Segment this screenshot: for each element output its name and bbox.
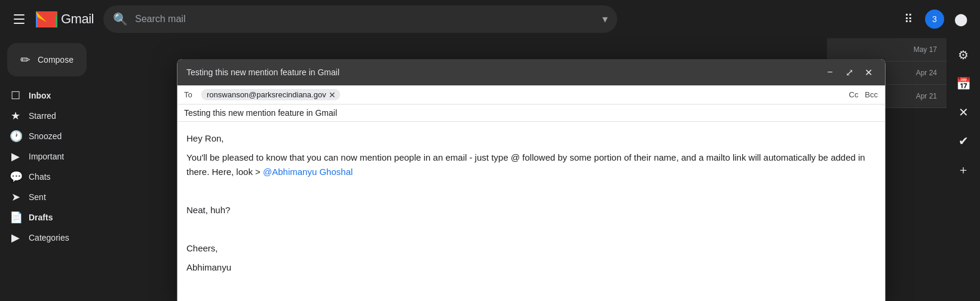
modal-header: Testing this new mention feature in Gmai…	[177, 59, 885, 85]
close-panel-button[interactable]: ✕	[951, 100, 975, 124]
maximize-button[interactable]: ⤢	[842, 65, 856, 79]
inbox-item: May 17	[827, 38, 947, 62]
calendar-icon-button[interactable]: 📅	[951, 72, 975, 96]
bcc-label: Bcc	[865, 90, 878, 99]
sent-label: Sent	[29, 192, 46, 202]
compose-modal: Testing this new mention feature in Gmai…	[177, 59, 885, 301]
compose-button[interactable]: ✏ Compose	[7, 43, 87, 76]
categories-icon: ▶	[10, 231, 22, 244]
sidebar-item-snoozed[interactable]: 🕐 Snoozed	[0, 127, 106, 146]
top-bar: Gmail 🔍 ▾ ⠿ 3 ⬤	[0, 0, 980, 38]
important-label: Important	[29, 152, 64, 161]
remove-recipient-button[interactable]: ✕	[329, 91, 336, 99]
inbox-label: Inbox	[29, 91, 51, 100]
important-icon: ▶	[10, 150, 22, 163]
inbox-icon: ☐	[10, 89, 22, 102]
inbox-date: Apr 24	[916, 69, 937, 77]
avatar-button[interactable]: 3	[925, 10, 944, 29]
body-cheers: Cheers,	[186, 241, 875, 256]
hamburger-button[interactable]	[7, 7, 31, 31]
starred-icon: ★	[10, 109, 22, 122]
search-input[interactable]	[135, 14, 595, 24]
snoozed-icon: 🕐	[10, 130, 22, 143]
hamburger-line	[14, 14, 24, 16]
drafts-icon: 📄	[10, 211, 22, 224]
sidebar-item-sent[interactable]: ➤ Sent	[0, 188, 106, 207]
sidebar: ✏ Compose ☐ Inbox ★ Starred 🕐 Snoozed ▶ …	[0, 38, 115, 301]
settings-button[interactable]: ⚙	[951, 43, 975, 67]
compose-icon: ✏	[20, 53, 30, 67]
chats-icon: 💬	[10, 170, 22, 183]
to-label: To	[184, 90, 196, 99]
gmail-logo: Gmail	[36, 11, 94, 27]
subject-field[interactable]: Testing this new mention feature in Gmai…	[177, 105, 885, 122]
profile-icon-button[interactable]: ⬤	[949, 7, 973, 31]
starred-label: Starred	[29, 111, 56, 121]
top-bar-right: ⠿ 3 ⬤	[896, 7, 973, 31]
hamburger-line	[14, 19, 24, 20]
gmail-logo-icon	[36, 11, 57, 27]
sidebar-item-important[interactable]: ▶ Important	[0, 147, 106, 166]
sent-icon: ➤	[10, 191, 22, 204]
body-greeting: Hey Ron,	[186, 131, 875, 146]
hamburger-line	[14, 23, 24, 24]
main-layout: ✏ Compose ☐ Inbox ★ Starred 🕐 Snoozed ▶ …	[0, 38, 980, 301]
cc-bcc[interactable]: Cc Bcc	[849, 90, 878, 99]
modal-title: Testing this new mention feature in Gmai…	[186, 67, 339, 77]
content-area: Testing this new mention feature in Gmai…	[115, 38, 947, 301]
mention-link[interactable]: @Abhimanyu Ghoshal	[263, 167, 353, 177]
recipient-email: ronswanson@parksrecindiana.gov	[207, 90, 326, 99]
inbox-date: Apr 21	[916, 92, 937, 100]
modal-header-actions: − ⤢ ✕	[823, 65, 875, 79]
sidebar-item-inbox[interactable]: ☐ Inbox	[0, 86, 106, 105]
inbox-date: May 17	[914, 45, 937, 54]
search-chevron-icon[interactable]: ▾	[602, 13, 608, 26]
subject-text: Testing this new mention feature in Gmai…	[184, 108, 337, 118]
chats-label: Chats	[29, 172, 51, 182]
recipient-chip: ronswanson@parksrecindiana.gov ✕	[201, 89, 341, 100]
snoozed-label: Snoozed	[29, 131, 62, 141]
body-empty	[186, 222, 875, 236]
email-body[interactable]: Hey Ron, You'll be pleased to know that …	[177, 122, 885, 301]
sidebar-item-categories[interactable]: ▶ Categories	[0, 228, 106, 247]
gmail-wordmark: Gmail	[61, 11, 94, 27]
cc-label: Cc	[849, 90, 859, 99]
apps-button[interactable]: ⠿	[896, 7, 920, 31]
minimize-button[interactable]: −	[823, 65, 837, 79]
compose-label: Compose	[38, 55, 74, 64]
body-name: Abhimanyu	[186, 260, 875, 275]
body-neat	[186, 184, 875, 198]
sidebar-item-chats[interactable]: 💬 Chats	[0, 167, 106, 186]
sidebar-item-starred[interactable]: ★ Starred	[0, 106, 106, 125]
body-neat-huh: Neat, huh?	[186, 203, 875, 217]
search-bar: 🔍 ▾	[103, 5, 617, 33]
tasks-button[interactable]: ✔	[951, 129, 975, 153]
to-field: To ronswanson@parksrecindiana.gov ✕ Cc B…	[177, 85, 885, 105]
search-icon: 🔍	[113, 12, 128, 26]
close-button[interactable]: ✕	[861, 65, 875, 79]
categories-label: Categories	[29, 233, 69, 242]
drafts-label: Drafts	[29, 213, 53, 222]
body-paragraph: You'll be pleased to know that you can n…	[186, 150, 875, 179]
plus-button[interactable]: ＋	[951, 158, 975, 182]
sidebar-item-drafts[interactable]: 📄 Drafts	[0, 208, 106, 227]
right-panel: ⚙ 📅 ✕ ✔ ＋	[947, 38, 980, 301]
